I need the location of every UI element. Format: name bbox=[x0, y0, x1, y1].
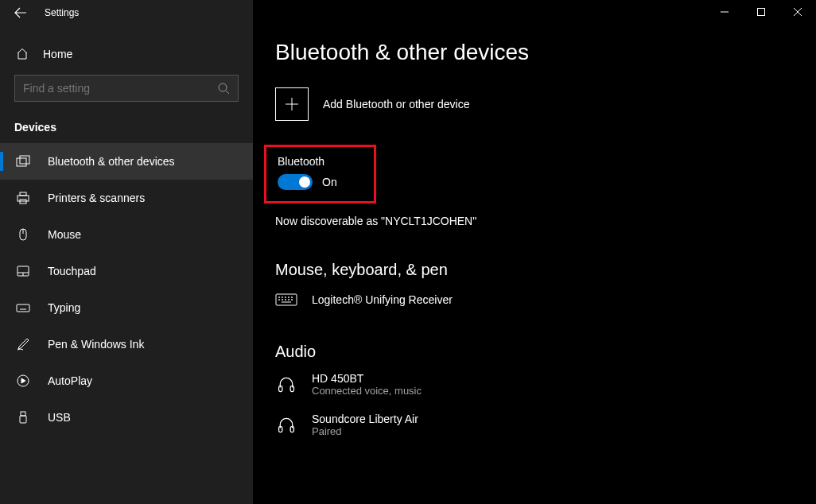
search-icon bbox=[217, 82, 230, 95]
sidebar-item-usb[interactable]: USB bbox=[0, 399, 253, 436]
device-row[interactable]: HD 450BT Connected voice, music bbox=[275, 372, 816, 397]
sidebar-item-bluetooth[interactable]: Bluetooth & other devices bbox=[0, 143, 253, 180]
svg-rect-18 bbox=[21, 412, 25, 416]
window-controls bbox=[706, 0, 816, 24]
discoverable-text: Now discoverable as "NYCLT1JCOHEN" bbox=[275, 215, 816, 227]
svg-rect-2 bbox=[20, 156, 29, 164]
sidebar-item-mouse[interactable]: Mouse bbox=[0, 216, 253, 253]
device-status: Connected voice, music bbox=[312, 385, 422, 397]
device-name: Logitech® Unifying Receiver bbox=[312, 293, 453, 306]
svg-point-27 bbox=[292, 297, 293, 298]
sidebar-item-label: Printers & scanners bbox=[48, 192, 145, 204]
main-content: Bluetooth & other devices Add Bluetooth … bbox=[253, 0, 816, 504]
close-button[interactable] bbox=[779, 0, 816, 24]
subsection-title: Mouse, keyboard, & pen bbox=[275, 261, 816, 279]
highlight-annotation: Bluetooth On bbox=[264, 145, 376, 204]
sidebar-section-title: Devices bbox=[0, 102, 253, 143]
device-name: Soundcore Liberty Air bbox=[312, 413, 418, 425]
svg-point-23 bbox=[279, 297, 280, 298]
sidebar-item-label: Mouse bbox=[48, 228, 81, 241]
window-title: Settings bbox=[45, 7, 79, 18]
svg-point-31 bbox=[289, 300, 289, 300]
headphones-icon bbox=[275, 416, 297, 435]
svg-point-25 bbox=[286, 297, 286, 298]
bluetooth-label: Bluetooth bbox=[278, 155, 337, 168]
home-nav[interactable]: Home bbox=[0, 40, 253, 68]
maximize-button[interactable] bbox=[743, 0, 779, 24]
device-status: Paired bbox=[312, 425, 418, 437]
page-title: Bluetooth & other devices bbox=[275, 40, 816, 65]
sidebar-item-printers[interactable]: Printers & scanners bbox=[0, 180, 253, 216]
sidebar-item-label: Bluetooth & other devices bbox=[48, 155, 175, 168]
bluetooth-devices-icon bbox=[16, 154, 30, 169]
device-name: HD 450BT bbox=[312, 372, 422, 385]
keyboard-device-icon bbox=[275, 290, 297, 309]
svg-point-32 bbox=[292, 300, 293, 300]
svg-rect-3 bbox=[17, 196, 29, 201]
home-label: Home bbox=[43, 48, 72, 60]
back-icon[interactable] bbox=[14, 6, 27, 19]
home-icon bbox=[16, 48, 29, 60]
svg-point-29 bbox=[282, 300, 283, 300]
sidebar-item-label: USB bbox=[48, 411, 71, 424]
sidebar-item-label: Touchpad bbox=[48, 265, 96, 277]
mouse-icon bbox=[16, 227, 30, 242]
svg-point-28 bbox=[279, 300, 280, 300]
sidebar-item-touchpad[interactable]: Touchpad bbox=[0, 253, 253, 289]
headphones-icon bbox=[275, 375, 297, 394]
sidebar: Settings Home Devices Bluetooth & other … bbox=[0, 0, 253, 504]
sidebar-item-pen[interactable]: Pen & Windows Ink bbox=[0, 326, 253, 362]
titlebar: Settings bbox=[0, 0, 253, 25]
sidebar-item-label: Typing bbox=[48, 301, 80, 314]
touchpad-icon bbox=[16, 264, 30, 278]
svg-point-0 bbox=[219, 83, 227, 91]
usb-icon bbox=[16, 410, 30, 425]
plus-icon bbox=[275, 87, 309, 121]
printer-icon bbox=[16, 191, 30, 205]
svg-point-30 bbox=[286, 300, 286, 300]
pen-icon bbox=[16, 337, 30, 351]
svg-rect-39 bbox=[758, 9, 765, 16]
bluetooth-state: On bbox=[322, 176, 337, 188]
svg-rect-11 bbox=[17, 304, 29, 312]
subsection-title: Audio bbox=[275, 343, 816, 361]
svg-rect-4 bbox=[20, 192, 26, 196]
autoplay-icon bbox=[16, 374, 30, 388]
bluetooth-toggle[interactable] bbox=[278, 174, 313, 190]
svg-rect-1 bbox=[17, 158, 26, 166]
svg-point-24 bbox=[282, 297, 283, 298]
sidebar-item-label: AutoPlay bbox=[48, 374, 92, 387]
keyboard-icon bbox=[16, 300, 30, 315]
add-device-button[interactable]: Add Bluetooth or other device bbox=[275, 87, 816, 121]
svg-rect-19 bbox=[20, 416, 26, 423]
sidebar-item-autoplay[interactable]: AutoPlay bbox=[0, 362, 253, 399]
device-row[interactable]: Soundcore Liberty Air Paired bbox=[275, 413, 816, 437]
sidebar-item-label: Pen & Windows Ink bbox=[48, 338, 144, 351]
search-input[interactable] bbox=[23, 82, 217, 95]
search-box[interactable] bbox=[14, 75, 239, 102]
minimize-button[interactable] bbox=[706, 0, 743, 24]
add-device-label: Add Bluetooth or other device bbox=[323, 98, 469, 110]
sidebar-item-typing[interactable]: Typing bbox=[0, 289, 253, 326]
svg-point-26 bbox=[289, 297, 289, 298]
device-row[interactable]: Logitech® Unifying Receiver bbox=[275, 290, 816, 309]
